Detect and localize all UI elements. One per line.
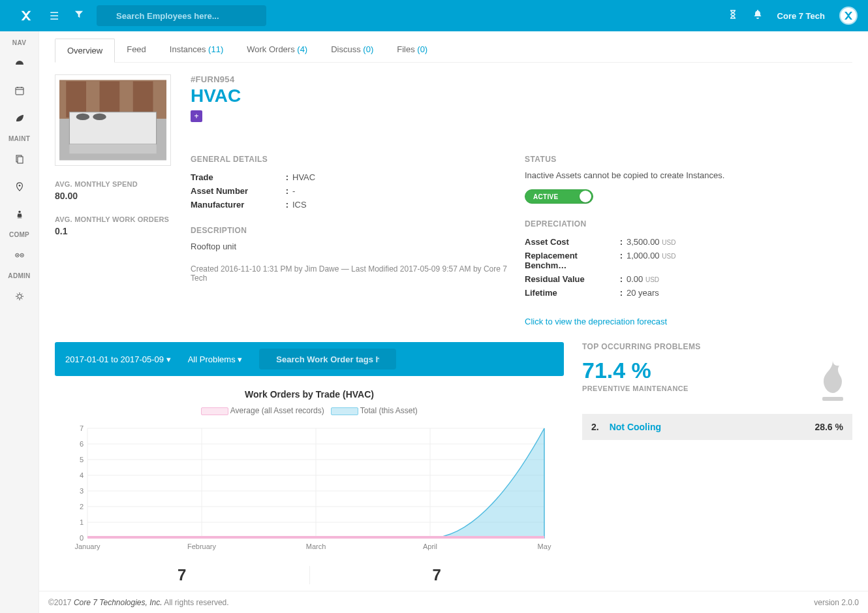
global-search[interactable] — [97, 5, 266, 26]
svg-text:7: 7 — [80, 424, 84, 432]
svg-text:January: January — [74, 542, 101, 550]
colon: : — [616, 237, 627, 247]
svg-text:3: 3 — [80, 487, 84, 495]
bell-icon[interactable] — [752, 9, 763, 22]
asset-photo[interactable] — [55, 74, 171, 166]
tab-discuss[interactable]: Discuss (0) — [319, 38, 385, 62]
detail-label: Asset Number — [191, 186, 282, 196]
details-header: GENERAL DETAILS — [191, 155, 518, 164]
copy-icon[interactable] — [7, 149, 33, 170]
svg-text:6: 6 — [80, 440, 84, 448]
svg-text:4: 4 — [80, 471, 84, 479]
detail-value: - — [292, 186, 295, 196]
svg-rect-22 — [69, 144, 156, 153]
person-icon[interactable] — [7, 204, 33, 225]
svg-text:1: 1 — [80, 518, 84, 526]
description-text: Rooftop unit — [191, 242, 518, 251]
svg-rect-49 — [822, 397, 843, 401]
topbar-right: Core 7 Tech — [728, 7, 858, 25]
chart-legend: Average (all Asset records) Total (this … — [55, 406, 564, 415]
asset-code: #FURN954 — [191, 74, 852, 84]
description-header: DESCRIPTION — [191, 226, 518, 235]
meta-line: Created 2016-11-10 1:31 PM by Jim Dawe —… — [191, 264, 518, 283]
avg-spend-value: 80.00 — [55, 191, 172, 201]
legend-swatch-total — [331, 407, 358, 415]
chart-summary-numbers: 7 7 — [55, 566, 564, 584]
status-header: STATUS — [525, 155, 852, 164]
mid-columns: GENERAL DETAILS Trade : HVAC Asset Numbe… — [191, 155, 852, 326]
detail-manufacturer: Manufacturer : ICS — [191, 198, 518, 212]
detail-value: 1,000.00 USD — [627, 251, 675, 270]
svg-point-6 — [18, 185, 20, 187]
problems-panel: TOP OCCURRING PROBLEMS 71.4 % PREVENTIVE… — [582, 342, 852, 584]
chart-plot: 76543210 JanuaryFebruaryMarchAprilMay — [55, 422, 564, 554]
summary-right: 7 — [310, 566, 565, 584]
colon: : — [282, 172, 292, 182]
svg-text:2: 2 — [80, 503, 84, 511]
svg-point-13 — [18, 294, 22, 298]
left-sidebar: NAV MAINT COMP ADMIN — [0, 31, 39, 591]
status-column: STATUS Inactive Assets cannot be copied … — [525, 155, 852, 326]
leaf-icon[interactable] — [7, 108, 33, 129]
forecast-link[interactable]: Click to view the depreciation forecast — [525, 317, 852, 326]
current-user-name[interactable]: Core 7 Tech — [777, 11, 825, 21]
chart-panel: 2017-01-01 to 2017-05-09 ▾ All Problems … — [55, 342, 564, 584]
svg-text:0: 0 — [80, 534, 84, 542]
chart-search[interactable] — [259, 349, 396, 369]
dashboard-icon[interactable] — [7, 53, 33, 74]
problem-row[interactable]: 2. Not Cooling 28.6 % — [582, 414, 852, 440]
detail-value: 20 years — [627, 288, 659, 298]
tab-instances[interactable]: Instances (11) — [158, 38, 235, 62]
chart-toolbar: 2017-01-01 to 2017-05-09 ▾ All Problems … — [55, 342, 564, 376]
chart-search-input[interactable] — [259, 354, 396, 364]
summary-left: 7 — [55, 566, 310, 584]
detail-value: 0.00 USD — [627, 274, 659, 284]
overview-main-column: #FURN954 HVAC + GENERAL DETAILS Trade : … — [191, 74, 852, 326]
toggle-knob — [580, 191, 591, 202]
svg-text:February: February — [187, 542, 217, 550]
pin-icon[interactable] — [7, 176, 33, 197]
problem-value: 28.6 % — [814, 422, 843, 432]
avatar[interactable] — [839, 7, 858, 25]
tab-work-orders[interactable]: Work Orders (4) — [235, 38, 319, 62]
dep-residual: Residual Value : 0.00 USD — [525, 272, 852, 286]
active-toggle[interactable]: ACTIVE — [525, 189, 593, 204]
detail-value: 3,500.00 USD — [627, 237, 675, 247]
date-range-picker[interactable]: 2017-01-01 to 2017-05-09 ▾ — [65, 354, 171, 364]
problem-name: Not Cooling — [610, 422, 815, 432]
detail-label: Residual Value — [525, 274, 616, 284]
problems-filter[interactable]: All Problems ▾ — [188, 354, 243, 364]
tab-feed[interactable]: Feed — [115, 38, 158, 62]
detail-value: ICS — [292, 200, 307, 210]
legend-label: Average (all Asset records) — [230, 406, 324, 415]
global-search-input[interactable] — [97, 11, 266, 21]
depreciation-header: DEPRECIATION — [525, 219, 852, 228]
app-logo — [10, 8, 42, 23]
avg-wo-label: AVG. MONTHLY WORK ORDERS — [55, 215, 172, 223]
tabs: Overview Feed Instances (11) Work Orders… — [55, 38, 852, 63]
lower-panels: 2017-01-01 to 2017-05-09 ▾ All Problems … — [55, 342, 852, 584]
svg-text:May: May — [538, 542, 551, 550]
add-tag-button[interactable]: + — [191, 110, 202, 122]
hourglass-icon[interactable] — [728, 9, 738, 22]
legend-label: Total (this Asset) — [360, 406, 418, 415]
tab-files[interactable]: Files (0) — [385, 38, 439, 62]
colon: : — [282, 200, 292, 210]
gear-icon[interactable] — [7, 286, 33, 307]
colon: : — [616, 251, 627, 270]
svg-rect-5 — [18, 157, 23, 163]
toggle-label: ACTIVE — [533, 193, 558, 200]
dep-replacement: Replacement Benchm… : 1,000.00 USD — [525, 249, 852, 272]
menu-icon[interactable]: ☰ — [42, 10, 67, 22]
svg-text:April: April — [423, 542, 437, 550]
gears-icon[interactable] — [7, 245, 33, 266]
tab-overview[interactable]: Overview — [55, 39, 115, 63]
chevron-down-icon: ▾ — [166, 354, 171, 364]
overview-content: AVG. MONTHLY SPEND 80.00 AVG. MONTHLY WO… — [55, 63, 852, 334]
filter-icon[interactable] — [67, 10, 91, 22]
detail-label: Replacement Benchm… — [525, 251, 616, 270]
nav-section-maint: MAINT — [8, 135, 30, 142]
calendar-icon[interactable] — [7, 80, 33, 101]
dep-lifetime: Lifetime : 20 years — [525, 286, 852, 300]
svg-text:March: March — [306, 542, 326, 550]
